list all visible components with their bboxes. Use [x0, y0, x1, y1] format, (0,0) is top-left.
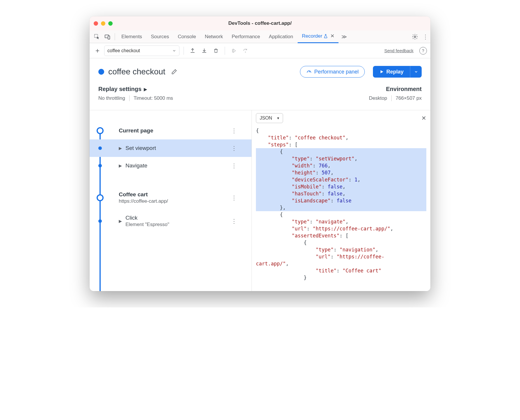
tab-recorder-label: Recorder — [302, 30, 322, 43]
close-window[interactable] — [94, 21, 98, 26]
caret-right-icon: ▶ — [119, 146, 122, 150]
gauge-icon — [306, 69, 312, 75]
step-title: Click — [125, 215, 169, 221]
code-pane: JSON ✕ { "title": "coffee checkout", "st… — [252, 110, 430, 291]
timeout-value: Timeout: 5000 ms — [134, 95, 173, 101]
step-subtitle: https://coffee-cart.app/ — [119, 198, 168, 204]
device-toolbar-icon[interactable] — [102, 32, 112, 42]
separator — [129, 95, 130, 101]
tab-elements[interactable]: Elements — [117, 30, 146, 43]
format-selector[interactable]: JSON — [256, 113, 283, 123]
delete-button[interactable] — [211, 46, 221, 55]
recording-status-dot — [98, 69, 104, 75]
step-marker — [97, 194, 104, 201]
replay-settings-toggle[interactable]: Replay settings ▶ — [98, 86, 173, 92]
separator — [184, 47, 184, 55]
content-area: Current page ⋮ ▶ Set viewport ⋮ ▶ Naviga… — [90, 110, 430, 291]
svg-point-4 — [245, 52, 246, 52]
step-title: Navigate — [125, 162, 147, 169]
step-marker — [98, 146, 102, 150]
tab-console[interactable]: Console — [174, 30, 200, 43]
steps-pane: Current page ⋮ ▶ Set viewport ⋮ ▶ Naviga… — [90, 110, 252, 291]
new-recording-button[interactable]: + — [93, 46, 102, 55]
svg-rect-2 — [108, 36, 110, 39]
separator — [391, 95, 392, 101]
recording-name: coffee checkout — [107, 48, 140, 53]
step-more-icon[interactable]: ⋮ — [231, 145, 237, 152]
step-more-icon[interactable]: ⋮ — [231, 127, 237, 134]
traffic-lights — [94, 21, 113, 26]
svg-point-3 — [414, 36, 416, 38]
caret-right-icon: ▶ — [119, 219, 122, 223]
tab-application[interactable]: Application — [265, 30, 297, 43]
step-more-icon[interactable]: ⋮ — [231, 162, 237, 169]
step-more-icon[interactable]: ⋮ — [231, 194, 237, 201]
tab-sources[interactable]: Sources — [147, 30, 173, 43]
play-icon — [379, 69, 384, 74]
step-title: Coffee cart — [119, 191, 168, 198]
format-value: JSON — [260, 116, 272, 121]
replay-settings-label: Replay settings — [98, 86, 142, 92]
step-marker — [98, 164, 102, 167]
step-current-page[interactable]: Current page ⋮ — [90, 122, 252, 139]
caret-right-icon: ▶ — [144, 87, 147, 92]
step-marker — [97, 127, 104, 134]
import-button[interactable] — [200, 46, 209, 55]
replay-button[interactable]: Replay — [373, 66, 410, 78]
step-navigate[interactable]: ▶ Navigate ⋮ — [90, 157, 252, 174]
step-subtitle: Element "Espresso" — [125, 222, 169, 228]
step-title: Current page — [119, 127, 153, 134]
throttling-value: No throttling — [98, 95, 125, 101]
minimize-window[interactable] — [101, 21, 105, 26]
performance-panel-button[interactable]: Performance panel — [300, 66, 365, 78]
recording-selector[interactable]: coffee checkout — [104, 46, 179, 56]
env-size: 766×507 px — [396, 95, 422, 101]
tab-performance[interactable]: Performance — [228, 30, 264, 43]
window-title: DevTools - coffee-cart.app/ — [90, 20, 430, 26]
flask-icon — [323, 34, 328, 38]
separator — [115, 33, 115, 40]
close-code-button[interactable]: ✕ — [421, 115, 426, 122]
performance-label: Performance panel — [314, 69, 359, 75]
replay-dropdown[interactable] — [410, 66, 422, 78]
chevron-down-icon — [414, 70, 418, 74]
caret-right-icon: ▶ — [119, 163, 122, 168]
help-icon[interactable]: ? — [419, 47, 427, 55]
titlebar: DevTools - coffee-cart.app/ — [90, 16, 430, 30]
env-device: Desktop — [369, 95, 387, 101]
separator — [225, 47, 225, 55]
continue-button[interactable] — [229, 46, 238, 55]
code-view[interactable]: { "title": "coffee checkout", "steps": [… — [252, 126, 430, 291]
kebab-menu-icon[interactable]: ⋮ — [420, 32, 430, 42]
chevron-down-icon — [172, 49, 176, 53]
step-set-viewport[interactable]: ▶ Set viewport ⋮ — [90, 139, 252, 157]
settings-icon[interactable] — [410, 32, 420, 42]
recording-header: coffee checkout Performance panel Replay… — [90, 58, 430, 110]
step-coffee-cart[interactable]: Coffee cart https://coffee-cart.app/ ⋮ — [90, 186, 252, 209]
close-tab-icon[interactable]: ✕ — [330, 30, 334, 43]
step-button[interactable] — [241, 46, 250, 55]
edit-name-button[interactable] — [170, 67, 179, 76]
panel-tabs: Elements Sources Console Network Perform… — [90, 30, 430, 43]
step-gap — [90, 174, 252, 186]
export-button[interactable] — [188, 46, 197, 55]
replay-label: Replay — [386, 69, 404, 75]
inspect-element-icon[interactable] — [92, 32, 102, 42]
recorder-toolbar: + coffee checkout Send feedback ? — [90, 43, 430, 58]
step-more-icon[interactable]: ⋮ — [231, 218, 237, 225]
step-title: Set viewport — [125, 145, 156, 151]
tab-network[interactable]: Network — [201, 30, 227, 43]
more-tabs-icon[interactable]: ≫ — [339, 32, 349, 42]
send-feedback-link[interactable]: Send feedback — [384, 48, 413, 53]
devtools-window: DevTools - coffee-cart.app/ Elements Sou… — [90, 16, 430, 291]
tab-recorder[interactable]: Recorder ✕ — [298, 30, 338, 43]
environment-title: Environment — [369, 86, 422, 92]
step-marker — [98, 219, 102, 223]
recording-title: coffee checkout — [108, 67, 165, 76]
maximize-window[interactable] — [108, 21, 113, 26]
step-click[interactable]: ▶ Click Element "Espresso" ⋮ — [90, 209, 252, 233]
